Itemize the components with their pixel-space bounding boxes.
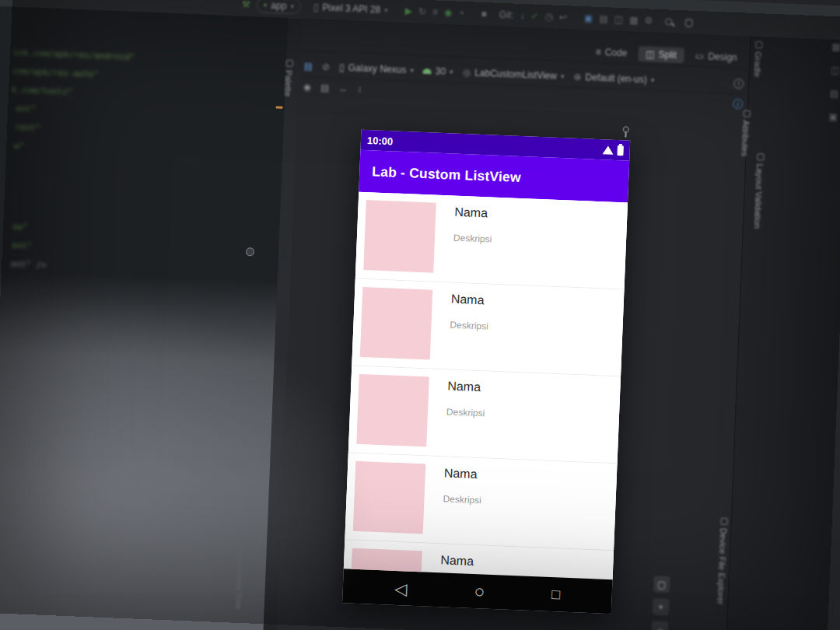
attributes-icon bbox=[743, 110, 750, 117]
issue-info-icon[interactable]: i bbox=[733, 99, 744, 110]
chevron-down-icon: ▾ bbox=[561, 72, 565, 80]
build-hammer-icon[interactable]: ⚒ bbox=[242, 0, 250, 9]
code-tab-icon: ≡ bbox=[595, 46, 601, 57]
list-item[interactable]: Nama Deskripsi bbox=[345, 453, 617, 551]
panel-tab-layout-validation[interactable]: Layout Validation bbox=[753, 153, 765, 229]
api-level-select[interactable]: 30 ▾ bbox=[423, 65, 453, 78]
preview-device-select[interactable]: ▯ Galaxy Nexus ▾ bbox=[339, 62, 414, 76]
tab-code[interactable]: ≡ Code bbox=[587, 44, 635, 61]
panel-tab-palette[interactable]: Palette bbox=[283, 60, 294, 97]
phone-list[interactable]: Nama Deskripsi Nama Deskripsi bbox=[344, 192, 628, 579]
apply-changes-icon[interactable]: ↻ bbox=[418, 7, 427, 16]
item-title: Nama bbox=[450, 292, 489, 308]
device-antenna-icon bbox=[621, 126, 628, 137]
zoom-in-button[interactable]: + bbox=[653, 598, 670, 615]
git-update-icon[interactable]: ↓ bbox=[520, 11, 524, 20]
layout-inspector-icon[interactable]: ◫ bbox=[614, 15, 624, 24]
device-select[interactable]: ▯ Pixel 3 API 28 ▾ bbox=[313, 2, 388, 16]
run-config-select[interactable]: ● app ▾ bbox=[256, 0, 301, 15]
list-item[interactable]: Nama Deskripsi bbox=[355, 192, 628, 290]
nav-home-icon[interactable]: ○ bbox=[474, 583, 485, 601]
tab-split[interactable]: ◫ Split bbox=[638, 45, 684, 62]
design-surface[interactable]: 10:00 Lab - Custom ListView N bbox=[276, 96, 747, 630]
chevron-down-icon: ▾ bbox=[290, 2, 294, 10]
device-select-label: Pixel 3 API 28 bbox=[322, 2, 380, 16]
orientation-h-icon[interactable]: ↔ bbox=[338, 82, 348, 93]
code-line: ent" /> bbox=[11, 259, 47, 270]
item-image-placeholder bbox=[356, 374, 429, 447]
code-line: ent" bbox=[16, 103, 37, 114]
preview-device-label: Galaxy Nexus bbox=[348, 62, 406, 75]
zoom-out-button[interactable]: − bbox=[652, 621, 669, 630]
structure-icon[interactable]: ▦ bbox=[831, 41, 840, 52]
panel-tab-gradle[interactable]: Gradle bbox=[753, 41, 764, 77]
git-commit-icon[interactable]: ✓ bbox=[530, 11, 539, 20]
item-image-placeholder bbox=[353, 461, 426, 534]
nav-back-icon[interactable]: ◁ bbox=[394, 579, 408, 597]
device-manager-icon[interactable]: ▣ bbox=[828, 111, 838, 122]
code-line: ent" bbox=[12, 240, 33, 250]
screenshot-root: ⚒ ● app ▾ ▯ Pixel 3 API 28 ▾ ▶ ↻ ≡ ◉ ◔ ■… bbox=[0, 0, 840, 630]
paint-off-icon[interactable]: ⊘ bbox=[322, 61, 331, 72]
code-line: rent" bbox=[15, 122, 40, 132]
item-subtitle: Deskripsi bbox=[446, 406, 485, 418]
debug-button[interactable]: ◉ bbox=[444, 8, 453, 17]
right-edge-icons: ▦ ◫ ▤ ▣ bbox=[828, 41, 840, 122]
design-tab-icon: ▭ bbox=[695, 50, 705, 61]
phone-preview: 10:00 Lab - Custom ListView N bbox=[342, 130, 630, 614]
chevron-down-icon: ▾ bbox=[384, 6, 388, 14]
code-line: k.com/tools" bbox=[12, 85, 73, 96]
app-title: Lab - Custom ListView bbox=[372, 163, 521, 186]
right-tool-stripe: Gradle Attributes Layout Validation Devi… bbox=[726, 37, 840, 630]
list-item[interactable]: Nama Deskripsi bbox=[348, 366, 621, 464]
phone-icon: ▯ bbox=[313, 2, 319, 12]
chevron-down-icon: ▾ bbox=[450, 68, 453, 75]
item-title: Nama bbox=[454, 205, 493, 221]
nav-recents-icon[interactable]: □ bbox=[551, 587, 561, 601]
stop-button[interactable]: ■ bbox=[481, 9, 487, 19]
palette-icon bbox=[285, 60, 292, 67]
run-config-dot-icon: ● bbox=[263, 2, 267, 9]
logcat-icon[interactable]: ▤ bbox=[830, 88, 839, 99]
rows-icon[interactable]: ▤ bbox=[320, 82, 330, 93]
layers-icon[interactable]: ▤ bbox=[303, 61, 313, 72]
item-title: Nama bbox=[440, 553, 479, 569]
locale-select[interactable]: ⊕ Default (en-us) ▾ bbox=[573, 72, 654, 86]
panel-tab-attributes[interactable]: Attributes bbox=[740, 110, 751, 156]
settings-gear-icon[interactable]: ⚙ bbox=[644, 16, 653, 25]
view-options-eye-icon[interactable]: ◉ bbox=[303, 81, 311, 92]
gradle-icon bbox=[755, 41, 762, 48]
history-icon[interactable]: ◷ bbox=[544, 12, 553, 21]
list-item[interactable]: Nama Deskripsi bbox=[352, 279, 624, 377]
apply-code-changes-icon[interactable]: ≡ bbox=[432, 7, 438, 16]
structure-icon[interactable]: ▦ bbox=[629, 15, 639, 24]
device-manager-icon[interactable]: ▣ bbox=[584, 13, 593, 23]
logcat-icon[interactable]: ▤ bbox=[599, 14, 608, 23]
rollback-icon[interactable]: ↩ bbox=[559, 12, 568, 22]
layout-inspector-icon[interactable]: ◫ bbox=[831, 65, 840, 75]
wifi-icon bbox=[603, 145, 614, 155]
split-tab-icon: ◫ bbox=[646, 48, 655, 59]
profile-button[interactable]: ◔ bbox=[458, 9, 464, 18]
locale-label: Default (en-us) bbox=[585, 72, 647, 85]
run-button[interactable]: ▶ bbox=[404, 6, 412, 16]
notifications-icon[interactable]: ▢ bbox=[684, 17, 694, 26]
layout-file-select[interactable]: ◎ LabCustomListView ▾ bbox=[462, 67, 564, 82]
tab-design[interactable]: ▭ Design bbox=[688, 47, 745, 65]
item-subtitle: Deskripsi bbox=[443, 493, 481, 506]
orientation-v-icon[interactable]: ↕ bbox=[357, 83, 362, 94]
battery-icon bbox=[617, 145, 624, 156]
info-icon[interactable]: i bbox=[733, 78, 744, 89]
run-config-label: app bbox=[271, 0, 287, 12]
zoom-fit-button[interactable]: ▢ bbox=[653, 576, 670, 593]
phone-icon: ▯ bbox=[339, 62, 345, 73]
code-line: com/apk/res-auto" bbox=[12, 66, 99, 79]
layout-validation-icon bbox=[757, 153, 764, 160]
zoom-controls: ▢ + − bbox=[652, 576, 670, 630]
device-file-explorer-icon bbox=[720, 518, 727, 525]
git-label: Git: bbox=[499, 9, 514, 21]
search-icon[interactable] bbox=[665, 18, 672, 25]
chevron-down-icon: ▾ bbox=[410, 66, 414, 74]
api-level-label: 30 bbox=[436, 66, 446, 78]
code-line: ew" bbox=[12, 222, 28, 232]
